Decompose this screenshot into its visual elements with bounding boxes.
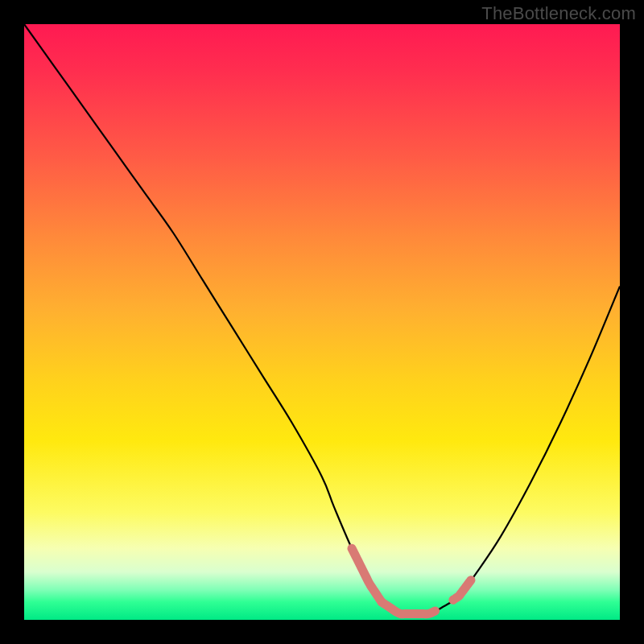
highlight-group bbox=[352, 548, 471, 614]
attribution-text: TheBottleneck.com bbox=[481, 3, 636, 24]
highlight-segment bbox=[453, 580, 471, 601]
bottleneck-curve bbox=[24, 24, 620, 615]
plot-area bbox=[24, 24, 620, 620]
highlight-segment bbox=[352, 548, 382, 602]
highlight-segment bbox=[382, 602, 436, 614]
curve-layer bbox=[24, 24, 620, 620]
chart-frame: TheBottleneck.com bbox=[0, 0, 644, 644]
